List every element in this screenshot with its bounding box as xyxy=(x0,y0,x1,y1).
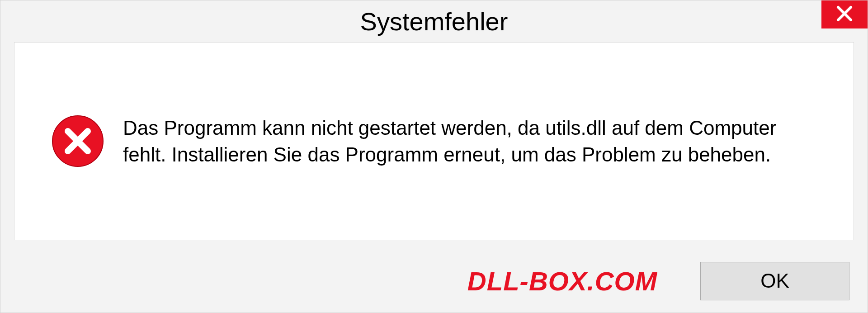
content-area: Das Programm kann nicht gestartet werden… xyxy=(14,42,854,240)
error-message: Das Programm kann nicht gestartet werden… xyxy=(123,114,817,168)
ok-button[interactable]: OK xyxy=(700,262,849,300)
error-icon xyxy=(51,114,105,168)
watermark-text: DLL-BOX.COM xyxy=(467,266,657,296)
ok-button-label: OK xyxy=(760,270,789,292)
dialog-title: Systemfehler xyxy=(360,7,508,36)
dialog-footer: DLL-BOX.COM OK xyxy=(0,254,868,313)
titlebar: Systemfehler xyxy=(0,0,868,42)
close-button[interactable] xyxy=(821,0,868,28)
close-icon xyxy=(835,5,854,24)
error-dialog: Systemfehler Das Programm kann nicht ges… xyxy=(0,0,868,313)
